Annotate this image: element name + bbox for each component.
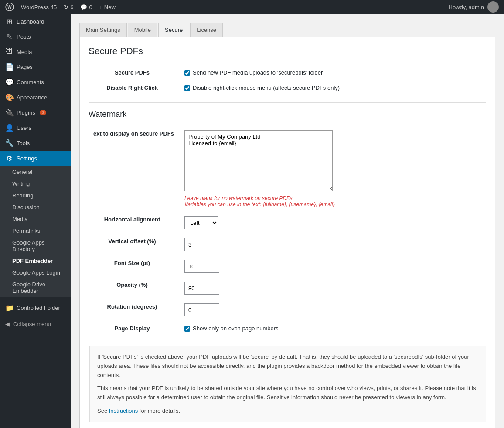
admin-bar: W WordPress 45 ↻ 6 💬 0 + New Howdy, admi… <box>0 0 504 14</box>
content-area: Secure PDFs Secure PDFs Send new PDF med… <box>79 37 495 428</box>
dashboard-icon: ⊞ <box>5 17 13 26</box>
secure-pdfs-checkbox-row: Send new PDF media uploads to 'securepdf… <box>184 69 486 76</box>
tools-icon: 🔧 <box>5 139 13 147</box>
submenu-reading[interactable]: Reading <box>0 190 71 201</box>
submenu-media[interactable]: Media <box>0 213 71 225</box>
watermark-title: Watermark <box>89 110 486 119</box>
plugins-icon: 🔌 <box>5 109 13 117</box>
submenu-discussion[interactable]: Discussion <box>0 201 71 213</box>
disable-right-click-checkbox-row: Disable right-click mouse menu (affects … <box>184 85 486 91</box>
divider <box>89 102 486 103</box>
font-size-row: Font Size (pt) <box>89 255 486 277</box>
appearance-icon: 🎨 <box>5 93 13 102</box>
instructions-link[interactable]: Instructions <box>109 408 138 414</box>
opacity-row: Opacity (%) <box>89 277 486 299</box>
page-display-checkbox-row: Show only on even page numbers <box>184 325 486 332</box>
tabs-bar: Main Settings Mobile Secure License <box>79 23 495 37</box>
new-content[interactable]: + New <box>99 4 116 10</box>
info-paragraph-2: This means that your PDF is unlikely to … <box>97 384 479 402</box>
submenu-pdf-embedder[interactable]: PDF Embedder <box>0 255 71 267</box>
media-icon: 🖼 <box>5 48 13 56</box>
settings-submenu: General Writing Reading Discussion Media… <box>0 166 71 297</box>
tab-main-settings[interactable]: Main Settings <box>79 23 127 37</box>
tab-license[interactable]: License <box>190 23 223 37</box>
secure-pdfs-row: Secure PDFs Send new PDF media uploads t… <box>89 65 486 80</box>
secure-pdfs-checkbox[interactable] <box>184 70 190 76</box>
page-display-row: Page Display Show only on even page numb… <box>89 321 486 336</box>
sidebar-item-users[interactable]: 👤 Users <box>0 120 71 136</box>
watermark-text-row: Text to display on secure PDFs Property … <box>89 126 486 212</box>
submenu-google-apps-login[interactable]: Google Apps Login <box>0 267 71 279</box>
tab-mobile[interactable]: Mobile <box>128 23 157 37</box>
watermark-textarea[interactable]: Property of My Company Ltd Licensed to {… <box>184 130 333 191</box>
sidebar-item-settings[interactable]: ⚙ Settings <box>0 151 71 166</box>
horizontal-alignment-select[interactable]: Left Center Right <box>184 216 218 229</box>
info-paragraph-1: If 'Secure PDFs' is checked above, your … <box>97 353 479 380</box>
site-name[interactable]: WordPress 45 <box>21 4 57 10</box>
sidebar-item-plugins[interactable]: 🔌 Plugins 3 <box>0 105 71 120</box>
vertical-offset-input[interactable] <box>184 238 219 251</box>
page-display-checkbox[interactable] <box>184 326 190 332</box>
sidebar-item-comments[interactable]: 💬 Comments <box>0 75 71 90</box>
collapse-menu[interactable]: ◀ Collapse menu <box>0 317 71 331</box>
secure-pdfs-table: Secure PDFs Send new PDF media uploads t… <box>89 65 486 95</box>
disable-right-click-label: Disable right-click mouse menu (affects … <box>193 85 340 91</box>
users-icon: 👤 <box>5 124 13 132</box>
disable-right-click-row: Disable Right Click Disable right-click … <box>89 80 486 95</box>
info-paragraph-3: See Instructions for more details. <box>97 407 479 416</box>
submenu-google-drive-embedder[interactable]: Google Drive Embedder <box>0 279 71 297</box>
sidebar-item-controlled-folder[interactable]: 📁 Controlled Folder <box>0 300 71 316</box>
sidebar-item-posts[interactable]: ✎ Posts <box>0 29 71 44</box>
submenu-permalinks[interactable]: Permalinks <box>0 225 71 237</box>
plugins-badge: 3 <box>40 110 47 115</box>
sidebar-item-appearance[interactable]: 🎨 Appearance <box>0 90 71 105</box>
avatar <box>487 1 499 13</box>
submenu-general[interactable]: General <box>0 166 71 178</box>
rotation-row: Rotation (degrees) <box>89 299 486 321</box>
rotation-input[interactable] <box>184 303 219 316</box>
opacity-input[interactable] <box>184 282 219 295</box>
sidebar: ⊞ Dashboard ✎ Posts 🖼 Media 📄 Pages 💬 Co… <box>0 14 71 428</box>
sidebar-item-pages[interactable]: 📄 Pages <box>0 59 71 75</box>
disable-right-click-checkbox[interactable] <box>184 85 190 91</box>
submenu-writing[interactable]: Writing <box>0 178 71 190</box>
submenu-google-apps-directory[interactable]: Google Apps Directory <box>0 237 71 255</box>
sidebar-item-tools[interactable]: 🔧 Tools <box>0 136 71 151</box>
secure-pdfs-label: Send new PDF media uploads to 'securepdf… <box>193 69 323 76</box>
horizontal-alignment-row: Horizontal alignment Left Center Right <box>89 212 486 234</box>
watermark-hint1: Leave blank for no watermark on secure P… <box>184 195 486 207</box>
wp-logo[interactable]: W <box>5 3 14 11</box>
info-box: If 'Secure PDFs' is checked above, your … <box>89 346 486 422</box>
collapse-icon: ◀ <box>5 321 10 327</box>
updates-count[interactable]: ↻ 6 <box>64 4 73 10</box>
page-display-label: Show only on even page numbers <box>193 325 279 332</box>
settings-icon: ⚙ <box>5 154 13 163</box>
adminbar-right: Howdy, admin <box>449 1 499 13</box>
tab-secure[interactable]: Secure <box>158 23 189 37</box>
vertical-offset-row: Vertical offset (%) <box>89 234 486 255</box>
page-title: Secure PDFs <box>89 46 486 56</box>
main-content: Main Settings Mobile Secure License Secu… <box>71 14 504 428</box>
comments-count[interactable]: 💬 0 <box>80 4 92 10</box>
svg-text:W: W <box>7 5 12 10</box>
pages-icon: 📄 <box>5 63 13 71</box>
font-size-input[interactable] <box>184 260 219 273</box>
posts-icon: ✎ <box>5 33 13 41</box>
controlled-folder-icon: 📁 <box>5 304 13 312</box>
comments-icon: 💬 <box>5 78 13 86</box>
watermark-table: Text to display on secure PDFs Property … <box>89 126 486 336</box>
sidebar-item-dashboard[interactable]: ⊞ Dashboard <box>0 14 71 29</box>
sidebar-item-media[interactable]: 🖼 Media <box>0 44 71 59</box>
